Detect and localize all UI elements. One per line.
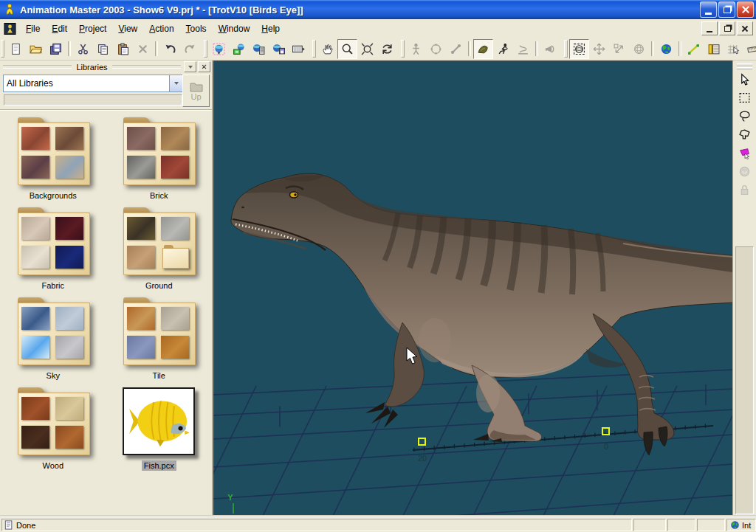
up-folder-button[interactable]: Up [182,75,210,107]
document-icon[interactable] [4,23,16,35]
keyframe-marker-20[interactable] [419,438,425,445]
zoom-button[interactable] [337,39,357,59]
save-all-button[interactable] [46,39,66,59]
subfolder-icon [162,248,189,269]
library-filter-value: All Libraries [4,78,169,89]
texture-thumbnail [55,397,83,420]
viewport-canvas[interactable]: 20 0 [213,61,733,518]
status-panel-1 [633,519,666,531]
muscle-button[interactable] [473,39,493,59]
paste-icon [117,43,129,55]
lock-icon [738,184,751,196]
delete-icon [137,43,149,55]
magnifier-icon [341,43,354,55]
undo-button[interactable] [160,39,180,59]
menu-item-action[interactable]: Action [143,21,179,37]
library-items: BackgroundsBrickFabricGroundSkyTileWoodF… [0,109,212,518]
texture-thumbnail [161,156,189,179]
animate-button[interactable] [493,39,513,59]
mdi-minimize-button[interactable] [701,21,718,35]
lasso-tool-button[interactable] [735,107,755,125]
folder-icon [16,117,90,185]
rect-select-tool-button[interactable] [735,89,755,107]
library-item-tile[interactable]: Tile [111,297,206,381]
poly-lasso-icon [738,128,751,141]
bound-sphere-icon [573,43,585,55]
menu-item-view[interactable]: View [112,21,143,37]
patch-select-tool-button[interactable] [735,144,755,162]
toolbar-drag-handle[interactable] [204,40,207,58]
library-filter-combobox[interactable]: All Libraries [3,75,183,92]
toolbar-drag-handle[interactable] [312,40,316,58]
combobox-dropdown-button[interactable] [169,75,182,91]
mdi-restore-button[interactable] [719,21,735,35]
texture-thumbnail [55,246,83,269]
render-lock-button[interactable] [229,39,249,59]
mdi-close-button[interactable] [737,21,753,35]
menu-item-edit[interactable]: Edit [46,21,73,37]
close-button[interactable] [737,1,754,18]
library-item-label: Fish.pcx [142,460,176,471]
paste-button[interactable] [113,39,133,59]
filmstrip-icon [292,43,305,55]
panel-close-button[interactable] [198,61,210,72]
toolbar-drag-handle[interactable] [564,40,568,58]
library-item-wood[interactable]: Wood [6,387,100,471]
viewport-3d[interactable]: 20 0 [213,61,733,518]
texture-thumbnail [127,217,155,240]
toolbar-drag-handle[interactable] [401,40,405,58]
library-item-brick[interactable]: Brick [111,117,206,201]
folder-up-icon [190,81,203,92]
turn-button[interactable] [377,39,397,59]
library-item-ground[interactable]: Ground [111,207,206,291]
library-item-fabric[interactable]: Fabric [6,207,100,291]
library-item-label: Tile [151,370,168,381]
trex-model[interactable] [231,173,733,455]
menu-item-project[interactable]: Project [73,21,112,37]
path-button[interactable] [684,39,704,59]
new-button[interactable] [6,39,26,59]
bound-button[interactable] [569,39,589,59]
library-item-label: Backgrounds [27,190,79,201]
restore-button[interactable] [718,1,735,18]
scale-arrows-icon [613,43,625,55]
texture-thumbnail [55,217,83,240]
pan-button[interactable] [317,39,337,59]
library-item-sky[interactable]: Sky [6,297,100,381]
status-text: Done [16,521,35,530]
menu-item-help[interactable]: Help [255,21,286,37]
world-button[interactable] [656,39,676,59]
toolbar-drag-handle[interactable] [1,40,4,58]
view-group [312,39,397,59]
toolbar-drag-handle[interactable] [737,63,752,66]
save-stack-icon [49,43,62,55]
status-panel-2 [667,519,695,531]
chevron-down-icon [188,66,193,69]
library-item-fish-pcx[interactable]: Fish.pcx [111,387,206,471]
open-button[interactable] [26,39,46,59]
minimize-button[interactable] [700,1,717,18]
render-movie-button[interactable] [249,39,269,59]
menu-item-tools[interactable]: Tools [180,21,213,37]
grid-snap-button[interactable] [724,39,743,59]
render-marquee-icon [213,43,225,55]
poly-lasso-tool-button[interactable] [735,125,755,144]
trex-eye [290,192,298,198]
render-save-button[interactable] [269,39,289,59]
header-line [3,65,72,69]
copy-button[interactable] [93,39,113,59]
menu-item-file[interactable]: File [20,21,46,37]
zoom-fit-button[interactable] [357,39,377,59]
select-tool-button[interactable] [735,70,755,89]
cut-button[interactable] [73,39,93,59]
filmstrip-button[interactable] [289,39,309,59]
ruler-label-right: 0 [604,442,608,451]
render-preview-button[interactable] [209,39,229,59]
library-item-backgrounds[interactable]: Backgrounds [6,117,100,201]
trex-body [231,173,733,377]
panel-rollup-button[interactable] [184,61,196,72]
menu-item-window[interactable]: Window [213,21,256,37]
measure-button[interactable] [743,39,756,59]
folder-icon [16,297,90,365]
key-panel-button[interactable] [704,39,724,59]
